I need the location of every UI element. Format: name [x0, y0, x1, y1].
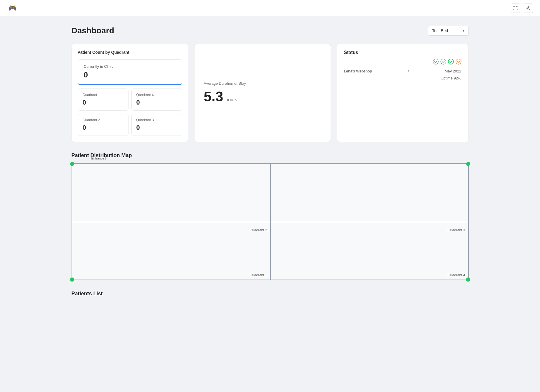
- status-icon-1: [433, 59, 439, 66]
- patients-list-section: Patients List: [72, 291, 469, 297]
- svg-point-3: [448, 59, 454, 64]
- dropdown-value: Test Bed: [432, 28, 448, 33]
- header-actions: [511, 4, 533, 13]
- currently-in-clinic-label: Currently in Clinic: [84, 64, 176, 69]
- app-header: 🎮: [0, 0, 540, 16]
- map-quadrant-4-label: Quadrant 4: [447, 273, 465, 277]
- status-icon-3: [448, 59, 454, 66]
- dashboard-header: Dashboard Test Bed ▾: [72, 26, 469, 36]
- fullscreen-button[interactable]: [511, 4, 520, 13]
- page-title: Dashboard: [72, 26, 114, 35]
- currently-in-clinic-value: 0: [84, 70, 176, 79]
- status-uptime: Uptime 92%: [344, 76, 461, 80]
- quadrant-4-label: Quadrant 4: [136, 93, 177, 97]
- quadrant-3-label: Quadrant 3: [136, 118, 177, 122]
- status-title: Status: [344, 50, 461, 55]
- chevron-down-icon: ▾: [463, 29, 464, 33]
- svg-point-2: [441, 59, 446, 64]
- map-quadrant-2-label: Quadrant 2: [249, 228, 267, 232]
- quadrant-grid: Quadrant 1 0 Quadrant 4 0 Quadrant 2 0 Q…: [78, 89, 182, 136]
- avg-duration-unit: hours: [225, 97, 237, 103]
- patient-count-title: Patient Count by Quadrant: [78, 50, 182, 55]
- status-icons-row: [344, 59, 461, 66]
- distribution-map-title: Patient Distribution Map: [72, 152, 469, 159]
- status-shop-name: Lena's Webshop: [344, 69, 372, 73]
- quadrant-1-value: 0: [83, 99, 124, 106]
- svg-point-1: [433, 59, 438, 64]
- quadrant-2-box: Quadrant 2 0: [78, 114, 129, 136]
- status-icon-2: [440, 59, 446, 66]
- map-horizontal-divider: [72, 222, 468, 222]
- map-container: Entrance Quadrant 1 Quadrant 4 Quadrant …: [72, 163, 469, 280]
- quadrant-4-box: Quadrant 4 0: [131, 89, 182, 111]
- currently-in-clinic-box: Currently in Clinic 0: [78, 59, 182, 85]
- map-quadrant-1-label: Quadrant 1: [249, 273, 267, 277]
- environment-dropdown[interactable]: Test Bed ▾: [428, 26, 469, 36]
- corner-tl: [70, 162, 74, 166]
- distribution-map-section: Patient Distribution Map Entrance Quadra…: [72, 152, 469, 280]
- corner-tr: [466, 162, 470, 166]
- corner-br: [466, 277, 470, 282]
- svg-point-0: [528, 7, 529, 9]
- status-info-row: Lena's Webshop • May 2022: [344, 68, 461, 74]
- top-cards-row: Patient Count by Quadrant Currently in C…: [72, 44, 469, 142]
- corner-bl: [70, 277, 74, 282]
- quadrant-4-value: 0: [136, 99, 177, 106]
- svg-point-4: [456, 59, 461, 64]
- map-quadrant-3-label: Quadrant 3: [447, 228, 465, 232]
- quadrant-2-value: 0: [83, 124, 124, 131]
- avg-duration-card: Average Duration of Stay 5.3 hours: [194, 44, 331, 142]
- quadrant-1-box: Quadrant 1 0: [78, 89, 129, 111]
- status-card: Status: [337, 44, 469, 142]
- quadrant-1-label: Quadrant 1: [83, 93, 124, 97]
- avg-duration-label: Average Duration of Stay: [204, 81, 321, 86]
- patients-list-title: Patients List: [72, 291, 469, 297]
- quadrant-3-value: 0: [136, 124, 177, 131]
- entrance-label: Entrance: [90, 156, 106, 160]
- main-content: Dashboard Test Bed ▾ Patient Count by Qu…: [37, 16, 504, 311]
- status-icon-4: [456, 59, 461, 66]
- avg-duration-value: 5.3 hours: [204, 89, 321, 105]
- status-separator: •: [407, 68, 409, 74]
- quadrant-2-label: Quadrant 2: [83, 118, 124, 122]
- settings-button[interactable]: [524, 4, 533, 13]
- app-logo: 🎮: [7, 3, 18, 13]
- quadrant-3-box: Quadrant 3 0: [131, 114, 182, 136]
- patient-count-card: Patient Count by Quadrant Currently in C…: [72, 44, 188, 142]
- avg-duration-number: 5.3: [204, 89, 223, 105]
- status-date: May 2022: [444, 69, 461, 73]
